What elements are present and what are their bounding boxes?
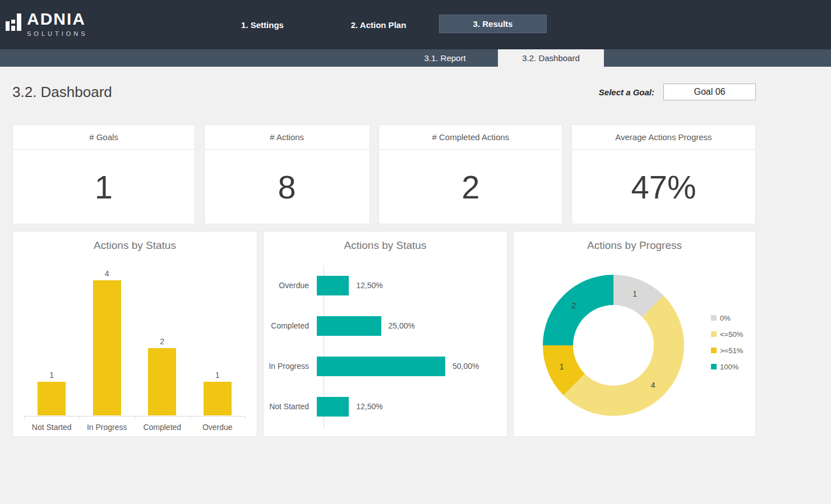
- bar: [204, 382, 232, 415]
- column-chart-title: Actions by Status: [13, 239, 257, 252]
- kpi-card-completed-actions: # Completed Actions 2: [378, 124, 562, 224]
- category-label: Completed: [264, 321, 317, 330]
- brand-name: ADNIA: [27, 10, 88, 28]
- column-chart-bars: 1421: [24, 269, 245, 415]
- donut-legend: 0%<=50%>=51%100%: [711, 312, 743, 372]
- category-label: Not Started: [24, 423, 80, 432]
- column-chart-categories: Not StartedIn ProgressCompletedOverdue: [24, 423, 245, 432]
- nav-tab-action-plan[interactable]: 2. Action Plan: [334, 0, 423, 49]
- kpi-title: Average Actions Progress: [572, 125, 755, 150]
- goal-select-dropdown[interactable]: Goal 06: [663, 84, 756, 100]
- bar-data-label: 1: [49, 371, 54, 380]
- subnav-tab-dashboard[interactable]: 3.2. Dashboard: [498, 49, 604, 67]
- kpi-card-average-progress: Average Actions Progress 47%: [571, 124, 756, 224]
- nav-tab-settings[interactable]: 1. Settings: [225, 0, 299, 49]
- kpi-value: 47%: [572, 150, 755, 224]
- legend-label: >=51%: [720, 346, 743, 355]
- kpi-title: # Goals: [13, 125, 195, 150]
- hbar-chart-card: Actions by Status Overdue12,50%Completed…: [263, 231, 507, 437]
- bar: [317, 276, 349, 295]
- column-chart-axis: [24, 416, 245, 419]
- adnia-logo: ADNIA SOLUTIONS: [6, 10, 88, 37]
- bar-data-label: 25,00%: [389, 321, 415, 330]
- bar-data-label: 4: [105, 269, 109, 278]
- top-navbar: ADNIA SOLUTIONS 1. Settings 2. Action Pl…: [0, 0, 831, 49]
- bar: [148, 348, 176, 416]
- donut-slice-label: 4: [651, 381, 655, 390]
- legend-swatch: [711, 315, 717, 321]
- legend-label: 100%: [720, 363, 738, 371]
- kpi-title: # Actions: [205, 125, 370, 150]
- legend-swatch: [711, 348, 717, 353]
- bar: [317, 397, 349, 417]
- legend-item: 0%: [711, 312, 743, 323]
- hbar-row: Completed25,00%: [264, 306, 507, 346]
- legend-swatch: [711, 364, 717, 369]
- donut-hole: [573, 305, 654, 386]
- column-bar-slot: 2: [135, 337, 190, 416]
- bar-data-label: 50,00%: [453, 362, 479, 371]
- bar-chart-logo-icon: [6, 12, 21, 31]
- kpi-value: 2: [379, 150, 562, 224]
- legend-item: <=50%: [711, 329, 743, 340]
- category-label: Overdue: [264, 281, 317, 290]
- subnav-tab-report[interactable]: 3.1. Report: [392, 49, 498, 67]
- category-label: In Progress: [264, 362, 317, 371]
- hbar-chart-rows: Overdue12,50%Completed25,00%In Progress5…: [264, 265, 507, 427]
- legend-swatch: [711, 331, 717, 337]
- page-title: 3.2. Dashboard: [12, 84, 112, 101]
- main-content: 3.2. Dashboard Select a Goal: Goal 06 # …: [0, 67, 831, 504]
- legend-item: >=51%: [711, 345, 743, 356]
- hbar-row: Not Started12,50%: [264, 386, 507, 427]
- bar-data-label: 1: [215, 371, 220, 380]
- column-bar-slot: 4: [80, 269, 135, 415]
- donut-slice-label: 1: [560, 362, 564, 371]
- column-chart-card: Actions by Status 1421 Not StartedIn Pro…: [12, 231, 257, 437]
- donut-chart-title: Actions by Progress: [514, 239, 755, 252]
- bar-data-label: 12,50%: [356, 402, 382, 411]
- charts-row: Actions by Status 1421 Not StartedIn Pro…: [12, 231, 756, 437]
- column-bar-slot: 1: [190, 371, 246, 415]
- category-label: Not Started: [264, 402, 317, 411]
- hbar-row: Overdue12,50%: [264, 265, 507, 306]
- hbar-row: In Progress50,00%: [264, 346, 507, 386]
- kpi-value: 8: [205, 150, 370, 224]
- sub-navbar: 3.1. Report 3.2. Dashboard: [0, 49, 831, 67]
- nav-tab-results[interactable]: 3. Results: [439, 15, 547, 33]
- kpi-title: # Completed Actions: [379, 125, 562, 150]
- donut-chart-card: Actions by Progress 1412 0%<=50%>=51%100…: [513, 231, 756, 437]
- kpi-value: 1: [13, 150, 195, 224]
- category-label: Overdue: [190, 423, 246, 432]
- category-label: Completed: [135, 423, 190, 432]
- bar: [93, 280, 121, 415]
- goal-select-label: Select a Goal:: [599, 87, 654, 97]
- legend-item: 100%: [711, 361, 743, 372]
- bar-data-label: 2: [160, 337, 164, 346]
- bar-data-label: 12,50%: [356, 281, 382, 290]
- brand-subtitle: SOLUTIONS: [27, 30, 88, 37]
- donut-slice-label: 2: [571, 301, 576, 310]
- donut-chart: 1412: [543, 275, 684, 416]
- bar: [317, 357, 445, 376]
- kpi-card-actions: # Actions 8: [204, 124, 370, 224]
- donut-slice-label: 1: [633, 289, 637, 298]
- bar: [317, 316, 381, 336]
- kpi-row: # Goals 1 # Actions 8 # Completed Action…: [12, 124, 756, 224]
- column-bar-slot: 1: [24, 371, 80, 415]
- hbar-chart-title: Actions by Status: [264, 239, 507, 252]
- app-window: ADNIA SOLUTIONS 1. Settings 2. Action Pl…: [0, 0, 831, 504]
- legend-label: <=50%: [720, 330, 743, 339]
- category-label: In Progress: [80, 423, 135, 432]
- bar: [38, 382, 66, 415]
- kpi-card-goals: # Goals 1: [12, 124, 195, 224]
- legend-label: 0%: [720, 314, 731, 322]
